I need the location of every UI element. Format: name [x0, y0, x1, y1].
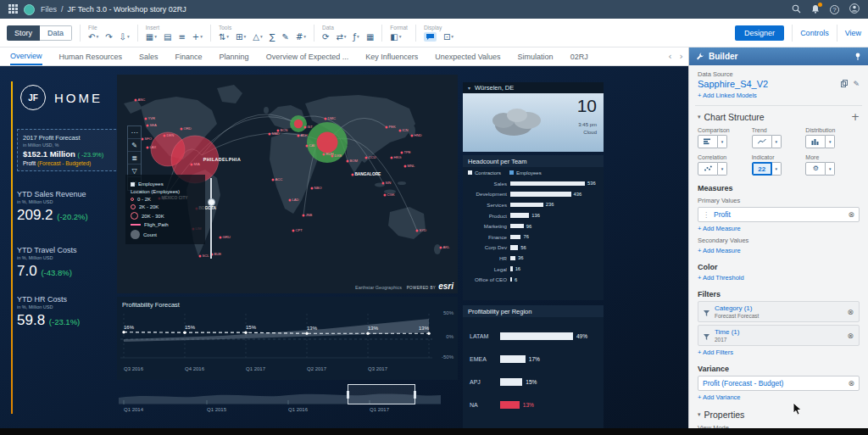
- app-grid-icon[interactable]: [8, 4, 18, 15]
- dropdown-icon[interactable]: ▾: [772, 162, 782, 176]
- city-marker[interactable]: [269, 133, 271, 136]
- map-layers-icon[interactable]: ≣: [128, 152, 141, 165]
- tab-overview-of-expected-[interactable]: Overview of Expected ...: [266, 48, 349, 64]
- weather-dropdown-icon[interactable]: ▾: [468, 86, 470, 91]
- remove-icon[interactable]: ⊗: [847, 332, 854, 340]
- city-marker[interactable]: [386, 126, 388, 129]
- tab-planning[interactable]: Planning: [220, 48, 249, 64]
- edit-pencil-icon[interactable]: ✎: [853, 81, 860, 88]
- edit-icon[interactable]: ✎: [281, 32, 288, 42]
- kpi-hr-costs[interactable]: YTD HR Costs in %, Million USD 59.8 (-23…: [17, 295, 119, 329]
- sac-logo[interactable]: [24, 4, 35, 15]
- city-marker[interactable]: [401, 152, 403, 154]
- city-marker[interactable]: [164, 135, 166, 137]
- city-marker[interactable]: [384, 194, 387, 197]
- kpi-sales-revenue[interactable]: YTD Sales Revenue in %, Million USD 209.…: [17, 190, 119, 224]
- tab-02rj[interactable]: 02RJ: [570, 48, 588, 64]
- collapse-caret-icon[interactable]: ▾: [698, 411, 701, 418]
- dataset-icon[interactable]: ▦: [366, 32, 374, 42]
- city-marker[interactable]: [304, 126, 307, 129]
- add-linked-models-link[interactable]: + Add Linked Models: [698, 92, 860, 99]
- notifications-bell-icon[interactable]: [811, 4, 820, 15]
- city-marker[interactable]: [277, 130, 280, 132]
- dropdown-icon[interactable]: ▾: [718, 135, 727, 148]
- tab-unexpected-values[interactable]: Unexpected Values: [435, 48, 500, 64]
- help-icon[interactable]: ?: [830, 5, 839, 14]
- city-marker[interactable]: [404, 165, 407, 168]
- redo-icon[interactable]: ↷: [105, 32, 112, 42]
- time-range-selection[interactable]: [348, 384, 415, 404]
- insert-table-icon[interactable]: ▤: [164, 32, 171, 42]
- insert-add-icon[interactable]: +▾: [192, 32, 203, 42]
- city-marker[interactable]: [147, 147, 149, 149]
- controls-button[interactable]: Controls: [800, 29, 829, 37]
- dropdown-icon[interactable]: ▾: [772, 135, 782, 148]
- story-tab-button[interactable]: Story: [7, 25, 40, 41]
- collapse-caret-icon[interactable]: ▾: [698, 114, 701, 120]
- function-icon[interactable]: ƒ▾: [353, 32, 359, 42]
- profile-avatar-icon[interactable]: [849, 3, 860, 15]
- tab-human-resources[interactable]: Human Resources: [59, 48, 123, 64]
- city-marker[interactable]: [272, 179, 275, 181]
- city-marker[interactable]: [289, 199, 292, 202]
- drag-grip-icon[interactable]: ⋮: [703, 211, 709, 219]
- add-measure-link[interactable]: + Add Measure: [698, 247, 860, 254]
- dropdown-icon[interactable]: ▾: [718, 162, 727, 176]
- tab-sales[interactable]: Sales: [139, 48, 159, 64]
- remove-icon[interactable]: ⊗: [847, 308, 854, 316]
- data-tab-button[interactable]: Data: [40, 25, 72, 41]
- city-marker[interactable]: [145, 118, 147, 120]
- tab-key-influencers[interactable]: Key Influencers: [365, 48, 418, 64]
- weather-widget[interactable]: ▾ Würselen, DE 10 3:45 pm Cloud: [463, 82, 604, 152]
- sort-icon[interactable]: ⇅▾: [219, 32, 229, 42]
- filter-token-time[interactable]: Time (1) 2017 ⊗: [698, 325, 860, 346]
- city-marker[interactable]: [411, 135, 414, 137]
- gear-icon[interactable]: ⚙: [805, 162, 826, 176]
- chart-structure-section[interactable]: ▾ Chart Structure +: [698, 112, 860, 122]
- profitability-forecast-chart[interactable]: Profitability Forecast 16%15%15%13%13%13…: [117, 297, 458, 380]
- city-marker[interactable]: [399, 130, 402, 132]
- dropdown-icon[interactable]: ▾: [826, 162, 835, 176]
- line-chart-icon[interactable]: [752, 135, 772, 148]
- hierarchy-icon[interactable]: #▾: [296, 32, 306, 42]
- variance-token[interactable]: Profit (Forecast - Budget) ⊗: [698, 376, 860, 391]
- headcount-chart[interactable]: Headcount per Team Contractors Employees…: [463, 155, 604, 300]
- city-marker[interactable]: [191, 164, 193, 166]
- city-marker[interactable]: [220, 237, 222, 239]
- add-measure-link[interactable]: + Add Measure: [698, 225, 860, 232]
- map-edit-icon[interactable]: ✎: [128, 139, 141, 152]
- map-more-icon[interactable]: ⋯: [128, 126, 141, 139]
- histogram-icon[interactable]: [805, 135, 826, 148]
- chart-type-trend[interactable]: Trend ▾: [752, 127, 806, 148]
- city-marker[interactable]: [306, 145, 309, 148]
- profitability-region-chart[interactable]: Profitability per Region LATAM49%EMEA17%…: [463, 305, 604, 428]
- bubble-size-slider[interactable]: [207, 178, 215, 259]
- city-marker[interactable]: [199, 255, 202, 258]
- present-mode-icon[interactable]: ⊡▾: [443, 32, 453, 42]
- city-marker[interactable]: [298, 135, 300, 137]
- city-marker[interactable]: [135, 99, 137, 102]
- chart-type-more[interactable]: More ⚙▾: [805, 154, 860, 176]
- copy-icon[interactable]: [841, 80, 848, 89]
- kpi-profit-forecast[interactable]: 2017 Profit Forecast in Million USD, % $…: [17, 129, 120, 171]
- numeric-point-icon[interactable]: 22: [752, 162, 772, 176]
- city-marker[interactable]: [347, 160, 349, 163]
- bar-chart-icon[interactable]: [698, 135, 718, 148]
- scatter-chart-icon[interactable]: [698, 162, 718, 176]
- search-icon[interactable]: [792, 4, 801, 15]
- city-marker[interactable]: [323, 153, 326, 156]
- add-variance-link[interactable]: + Add Variance: [698, 393, 860, 401]
- swap-axis-icon[interactable]: ⇄▾: [336, 32, 346, 42]
- legend-checkbox[interactable]: [131, 182, 135, 187]
- view-button[interactable]: View: [845, 29, 861, 37]
- city-marker[interactable]: [416, 230, 419, 232]
- city-marker[interactable]: [391, 157, 393, 159]
- shapes-icon[interactable]: △▾: [253, 32, 262, 42]
- remove-icon[interactable]: ⊗: [848, 210, 854, 219]
- tab-scroll-left-icon[interactable]: ‹: [668, 52, 671, 61]
- chart-type-indicator[interactable]: Indicator 22▾: [752, 154, 806, 176]
- dropdown-icon[interactable]: ▾: [826, 135, 835, 148]
- tab-scroll-right-icon[interactable]: ›: [680, 52, 683, 61]
- comment-bubble-icon[interactable]: [424, 32, 437, 42]
- city-marker[interactable]: [365, 157, 368, 159]
